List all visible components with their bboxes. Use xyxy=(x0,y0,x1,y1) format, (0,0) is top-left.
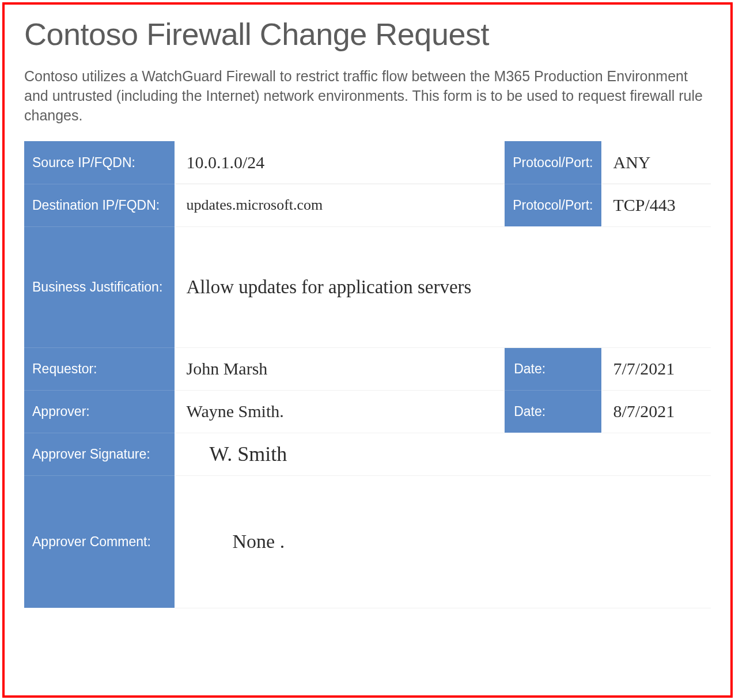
source-port-value: ANY xyxy=(601,141,711,184)
approver-label: Approver: xyxy=(24,390,175,433)
dest-ip-label: Destination IP/FQDN: xyxy=(24,184,175,226)
approver-value: Wayne Smith. xyxy=(175,390,505,433)
approver-comment-label: Approver Comment: xyxy=(24,475,175,608)
requestor-label: Requestor: xyxy=(24,347,175,390)
source-port-label: Protocol/Port: xyxy=(505,141,601,184)
approver-comment-value: None . xyxy=(175,475,711,608)
change-request-form: Source IP/FQDN: 10.0.1.0/24 Protocol/Por… xyxy=(24,141,711,608)
dest-ip-value: updates.microsoft.com xyxy=(175,184,505,226)
approver-date-label: Date: xyxy=(505,390,601,433)
dest-port-value: TCP/443 xyxy=(601,184,711,226)
approver-signature-label: Approver Signature: xyxy=(24,433,175,475)
requestor-date-value: 7/7/2021 xyxy=(601,347,711,390)
document-frame: Contoso Firewall Change Request Contoso … xyxy=(2,2,733,698)
document-title: Contoso Firewall Change Request xyxy=(24,16,711,52)
source-ip-label: Source IP/FQDN: xyxy=(24,141,175,184)
approver-signature-value: W. Smith xyxy=(175,433,711,475)
approver-date-value: 8/7/2021 xyxy=(601,390,711,433)
justification-label: Business Justification: xyxy=(24,226,175,347)
source-ip-value: 10.0.1.0/24 xyxy=(175,141,505,184)
dest-port-label: Protocol/Port: xyxy=(505,184,601,226)
requestor-value: John Marsh xyxy=(175,347,505,390)
requestor-date-label: Date: xyxy=(505,347,601,390)
justification-value: Allow updates for application servers xyxy=(175,226,711,347)
document-description: Contoso utilizes a WatchGuard Firewall t… xyxy=(24,67,711,125)
